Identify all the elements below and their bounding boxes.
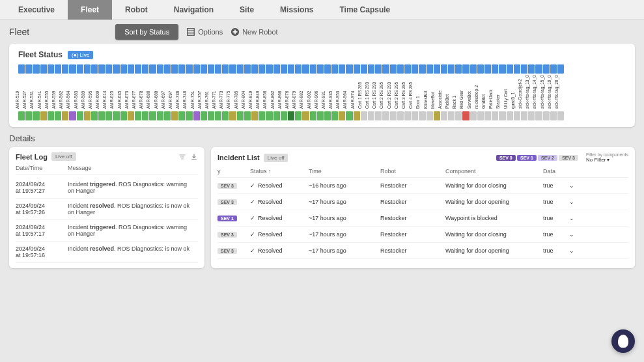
status-cell[interactable] bbox=[55, 64, 61, 74]
liveoff-badge[interactable]: Live off bbox=[264, 154, 288, 162]
status-cell[interactable] bbox=[302, 64, 309, 74]
health-cell[interactable] bbox=[149, 111, 156, 120]
status-cell[interactable] bbox=[375, 64, 382, 74]
filter-icon[interactable] bbox=[178, 153, 186, 161]
status-cell[interactable] bbox=[397, 64, 404, 74]
status-cell[interactable] bbox=[288, 64, 294, 74]
health-cell[interactable] bbox=[135, 111, 141, 120]
status-cell[interactable] bbox=[135, 64, 141, 74]
health-cell[interactable] bbox=[397, 111, 404, 120]
status-cell[interactable] bbox=[310, 64, 316, 74]
expand-icon[interactable]: ⌄ bbox=[569, 247, 582, 254]
health-cell[interactable] bbox=[186, 111, 192, 120]
health-cell[interactable] bbox=[164, 111, 171, 120]
health-cell[interactable] bbox=[201, 111, 207, 120]
health-cell[interactable] bbox=[514, 111, 520, 120]
health-cell[interactable] bbox=[448, 111, 455, 120]
status-cell[interactable] bbox=[543, 64, 550, 74]
health-cell[interactable] bbox=[427, 111, 433, 120]
status-cell[interactable] bbox=[412, 64, 418, 74]
status-cell[interactable] bbox=[354, 64, 360, 74]
health-cell[interactable] bbox=[222, 111, 229, 120]
tab-time-capsule[interactable]: Time Capsule bbox=[326, 0, 403, 20]
health-cell[interactable] bbox=[441, 111, 447, 120]
options-button[interactable]: Options bbox=[186, 27, 223, 36]
health-cell[interactable] bbox=[128, 111, 134, 120]
health-cell[interactable] bbox=[84, 111, 91, 120]
status-cell[interactable] bbox=[448, 64, 455, 74]
health-cell[interactable] bbox=[354, 111, 360, 120]
health-cell[interactable] bbox=[470, 111, 477, 120]
sev-filter-0[interactable]: SEV 0 bbox=[496, 155, 516, 161]
health-cell[interactable] bbox=[317, 111, 324, 120]
health-cell[interactable] bbox=[171, 111, 178, 120]
status-cell[interactable] bbox=[484, 64, 491, 74]
status-cell[interactable] bbox=[149, 64, 156, 74]
health-cell[interactable] bbox=[346, 111, 352, 120]
status-cell[interactable] bbox=[324, 64, 331, 74]
tab-site[interactable]: Site bbox=[227, 0, 267, 20]
health-cell[interactable] bbox=[521, 111, 527, 120]
health-cell[interactable] bbox=[557, 111, 564, 120]
health-cell[interactable] bbox=[368, 111, 374, 120]
health-cell[interactable] bbox=[484, 111, 491, 120]
health-cell[interactable] bbox=[259, 111, 265, 120]
health-cell[interactable] bbox=[528, 111, 535, 120]
status-cell[interactable] bbox=[368, 64, 374, 74]
health-cell[interactable] bbox=[404, 111, 411, 120]
status-cell[interactable] bbox=[339, 64, 345, 74]
status-cell[interactable] bbox=[157, 64, 163, 74]
health-cell[interactable] bbox=[237, 111, 244, 120]
status-cell[interactable] bbox=[390, 64, 397, 74]
filter-dropdown[interactable]: No Filter ▾ bbox=[586, 157, 609, 163]
col-status[interactable]: Status ↑ bbox=[250, 168, 309, 174]
status-cell[interactable] bbox=[142, 64, 148, 74]
help-fab[interactable] bbox=[611, 329, 635, 353]
health-cell[interactable] bbox=[382, 111, 389, 120]
status-cell[interactable] bbox=[171, 64, 178, 74]
health-cell[interactable] bbox=[98, 111, 105, 120]
status-cell[interactable] bbox=[25, 64, 32, 74]
health-cell[interactable] bbox=[339, 111, 345, 120]
status-cell[interactable] bbox=[201, 64, 207, 74]
status-cell[interactable] bbox=[317, 64, 324, 74]
health-cell[interactable] bbox=[331, 111, 338, 120]
status-cell[interactable] bbox=[244, 64, 251, 74]
status-cell[interactable] bbox=[186, 64, 192, 74]
status-cell[interactable] bbox=[215, 64, 221, 74]
download-icon[interactable] bbox=[190, 153, 198, 161]
health-cell[interactable] bbox=[18, 111, 25, 120]
health-cell[interactable] bbox=[543, 111, 550, 120]
health-cell[interactable] bbox=[208, 111, 214, 120]
new-robot-button[interactable]: New Robot bbox=[231, 27, 277, 36]
health-cell[interactable] bbox=[324, 111, 331, 120]
health-cell[interactable] bbox=[178, 111, 185, 120]
health-cell[interactable] bbox=[550, 111, 557, 120]
health-cell[interactable] bbox=[157, 111, 163, 120]
health-cell[interactable] bbox=[25, 111, 32, 120]
status-cell[interactable] bbox=[164, 64, 171, 74]
status-cell[interactable] bbox=[69, 64, 76, 74]
health-cell[interactable] bbox=[434, 111, 440, 120]
health-cell[interactable] bbox=[120, 111, 127, 120]
health-cell[interactable] bbox=[507, 111, 513, 120]
status-cell[interactable] bbox=[251, 64, 258, 74]
status-cell[interactable] bbox=[455, 64, 462, 74]
status-cell[interactable] bbox=[499, 64, 505, 74]
health-cell[interactable] bbox=[266, 111, 272, 120]
health-cell[interactable] bbox=[33, 111, 39, 120]
tab-missions[interactable]: Missions bbox=[267, 0, 326, 20]
tab-fleet[interactable]: Fleet bbox=[68, 0, 112, 20]
status-cell[interactable] bbox=[193, 64, 200, 74]
live-badge[interactable]: (●) Live bbox=[68, 51, 93, 59]
status-cell[interactable] bbox=[550, 64, 557, 74]
status-cell[interactable] bbox=[462, 64, 469, 74]
health-cell[interactable] bbox=[412, 111, 418, 120]
status-cell[interactable] bbox=[273, 64, 280, 74]
health-cell[interactable] bbox=[91, 111, 98, 120]
health-cell[interactable] bbox=[62, 111, 68, 120]
tab-executive[interactable]: Executive bbox=[5, 0, 68, 20]
health-cell[interactable] bbox=[48, 111, 54, 120]
status-cell[interactable] bbox=[477, 64, 484, 74]
status-cell[interactable] bbox=[528, 64, 535, 74]
